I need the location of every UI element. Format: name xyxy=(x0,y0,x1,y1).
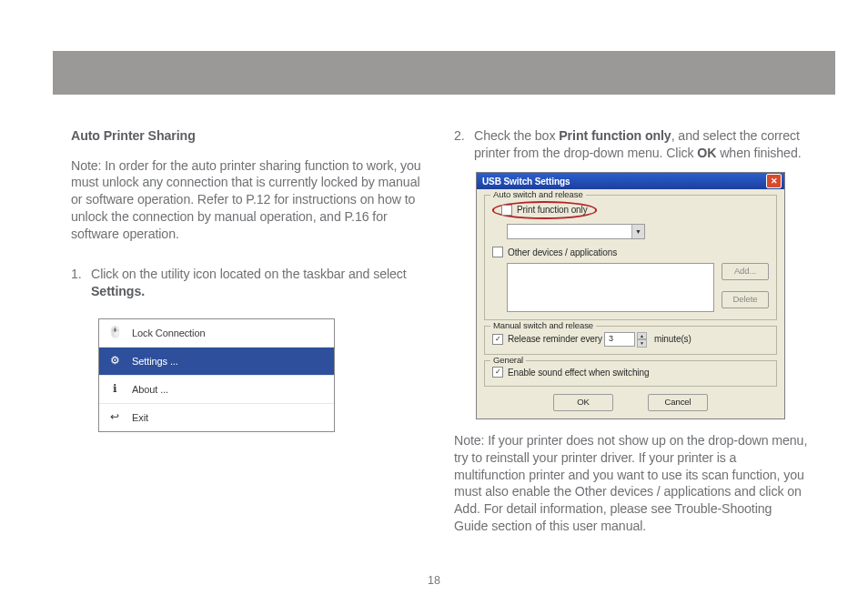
ok-button[interactable]: OK xyxy=(553,394,613,411)
other-devices-checkbox[interactable] xyxy=(492,247,503,257)
step-1: 1. Click on the utility icon located on … xyxy=(71,266,425,299)
reminder-spinner[interactable]: ▲ ▼ xyxy=(637,332,647,347)
applications-listbox[interactable] xyxy=(507,263,714,312)
info-icon: ℹ xyxy=(106,381,123,398)
chevron-up-icon: ▲ xyxy=(637,332,647,340)
close-icon: ✕ xyxy=(771,176,778,187)
lock-icon: 🖱️ xyxy=(106,325,123,341)
step-2-text-a: Check the box xyxy=(474,128,559,143)
gear-icon: ⚙ xyxy=(106,353,123,369)
reminder-checkbox[interactable]: ✓ xyxy=(492,334,503,345)
group-auto-switch: Auto switch and release Print function o… xyxy=(484,195,777,319)
step-2-body: Check the box Print function only, and s… xyxy=(474,127,808,161)
step-1-body: Click on the utility icon located on the… xyxy=(91,266,425,299)
menu-item-label: Settings ... xyxy=(132,355,178,368)
exit-icon: ↩ xyxy=(106,409,123,426)
dialog-titlebar: USB Switch Settings ✕ xyxy=(477,173,784,189)
sound-checkbox[interactable]: ✓ xyxy=(492,367,503,378)
menu-item-about[interactable]: ℹ About ... xyxy=(99,376,334,404)
menu-item-settings[interactable]: ⚙ Settings ... xyxy=(99,348,334,376)
cancel-button[interactable]: Cancel xyxy=(648,394,708,411)
group-manual-label: Manual switch and release xyxy=(490,320,596,332)
menu-item-label: Exit xyxy=(132,411,148,425)
step-2-bold-2: OK xyxy=(697,146,716,160)
group-manual-switch: Manual switch and release ✓ Release remi… xyxy=(484,326,777,355)
group-general: General ✓ Enable sound effect when switc… xyxy=(484,360,777,387)
highlighted-option: Print function only xyxy=(492,201,597,218)
step-2-text-c: when finished. xyxy=(716,146,801,160)
step-1-bold: Settings. xyxy=(91,284,145,298)
dialog-title: USB Switch Settings xyxy=(482,176,570,187)
other-devices-label: Other devices / applications xyxy=(508,247,617,258)
menu-item-lock-connection[interactable]: 🖱️ Lock Connection xyxy=(99,319,334,348)
delete-button[interactable]: Delete xyxy=(722,291,769,308)
chevron-down-icon: ▼ xyxy=(631,225,644,238)
add-button[interactable]: Add... xyxy=(722,263,769,280)
note-paragraph: Note: In order for the auto printer shar… xyxy=(71,157,425,243)
step-2: 2. Check the box Print function only, an… xyxy=(454,127,808,161)
group-general-label: General xyxy=(490,355,526,367)
left-column: Auto Printer Sharing Note: In order for … xyxy=(71,127,425,550)
step-1-text-a: Click on the utility icon located on the… xyxy=(91,267,407,281)
chevron-down-icon: ▼ xyxy=(637,339,647,348)
print-only-checkbox[interactable] xyxy=(501,205,512,216)
menu-item-label: About ... xyxy=(132,383,168,397)
close-button[interactable]: ✕ xyxy=(766,174,782,188)
printer-dropdown[interactable]: ▼ xyxy=(507,224,645,239)
reminder-label: Release reminder every xyxy=(508,333,602,345)
page-number: 18 xyxy=(0,574,868,587)
note-2-paragraph: Note: If your printer does not show up o… xyxy=(454,432,808,534)
settings-dialog: USB Switch Settings ✕ Auto switch and re… xyxy=(476,172,785,419)
step-2-number: 2. xyxy=(454,127,474,161)
print-only-label: Print function only xyxy=(517,204,588,216)
menu-item-exit[interactable]: ↩ Exit xyxy=(99,404,334,431)
menu-item-label: Lock Connection xyxy=(132,327,205,340)
group-auto-label: Auto switch and release xyxy=(490,189,586,201)
section-heading: Auto Printer Sharing xyxy=(71,127,425,145)
context-menu: 🖱️ Lock Connection ⚙ Settings ... ℹ Abou… xyxy=(98,318,335,432)
step-2-bold-1: Print function only xyxy=(559,128,671,143)
right-column: 2. Check the box Print function only, an… xyxy=(454,127,808,550)
sound-label: Enable sound effect when switching xyxy=(508,367,649,378)
reminder-input[interactable]: 3 xyxy=(604,332,635,347)
step-1-number: 1. xyxy=(71,266,91,299)
reminder-unit: minute(s) xyxy=(654,333,691,345)
header-bar xyxy=(53,51,835,95)
